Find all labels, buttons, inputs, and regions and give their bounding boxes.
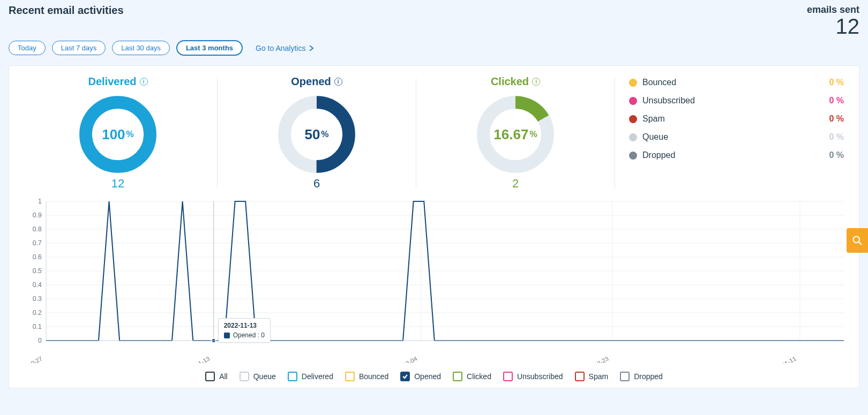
series-toggle-label: Clicked: [467, 372, 491, 381]
clicked-percent: 16.67%: [475, 94, 556, 175]
y-tick-label: 0.8: [33, 225, 42, 233]
delivered-title: Delivered i: [88, 76, 147, 88]
stat-dot: [629, 115, 637, 123]
y-tick-label: 0.3: [33, 295, 42, 303]
time-series-chart[interactable]: 00.10.20.30.40.50.60.70.80.912022-10-272…: [19, 197, 849, 363]
series-toggle-label: Delivered: [302, 372, 333, 381]
range-pill[interactable]: Last 3 months: [176, 40, 243, 56]
y-tick-label: 1: [38, 198, 42, 205]
opened-title: Opened i: [291, 76, 342, 88]
y-tick-label: 0.6: [33, 253, 42, 261]
y-tick-label: 0.2: [33, 309, 42, 316]
series-toggle[interactable]: Dropped: [620, 372, 663, 381]
stat-label: Queue: [642, 132, 668, 142]
side-stat-row: Unsubscribed 0 %: [629, 96, 844, 105]
y-tick-label: 0.5: [33, 267, 42, 275]
opened-title-label: Opened: [291, 76, 331, 88]
emails-sent-summary: emails sent 12: [807, 4, 859, 37]
series-toggle-label: Spam: [589, 372, 609, 381]
stat-value: 0 %: [829, 132, 844, 142]
series-toggle[interactable]: Spam: [575, 372, 609, 381]
stat-dot: [629, 133, 637, 141]
series-toggle-label: Bounced: [359, 372, 388, 381]
delivered-panel: Delivered i 100% 12: [19, 76, 217, 191]
series-toggle[interactable]: Delivered: [288, 372, 333, 381]
side-stat-row: Spam 0 %: [629, 114, 844, 124]
stat-dot: [629, 79, 637, 87]
info-icon[interactable]: i: [140, 78, 148, 86]
stat-value: 0 %: [829, 78, 844, 87]
info-icon[interactable]: i: [532, 78, 540, 86]
clicked-panel: Clicked i 16.67% 2: [416, 76, 615, 191]
side-stat-row: Queue 0 %: [629, 132, 844, 142]
series-toggle-label: Unsubscribed: [517, 372, 563, 381]
y-tick-label: 0.7: [33, 239, 42, 247]
side-stat-row: Bounced 0 %: [629, 78, 844, 87]
chevron-right-icon: [309, 46, 314, 51]
stat-value: 0 %: [829, 96, 844, 105]
opened-donut: 50%: [276, 94, 357, 175]
tooltip-date: 2022-11-13: [224, 322, 265, 329]
stat-dot: [629, 152, 637, 160]
range-controls: TodayLast 7 daysLast 30 daysLast 3 month…: [9, 40, 859, 56]
x-tick-label: 2023-01-11: [767, 355, 797, 363]
clicked-donut: 16.67%: [475, 94, 556, 175]
series-toggle-label: Opened: [414, 372, 441, 381]
activity-card: Delivered i 100% 12 Opened: [9, 65, 859, 388]
series-toggle-label: Dropped: [634, 372, 663, 381]
range-pill[interactable]: Last 30 days: [112, 41, 170, 55]
opened-panel: Opened i 50% 6: [218, 76, 416, 191]
range-pill[interactable]: Today: [9, 41, 46, 55]
stat-value: 0 %: [829, 114, 844, 124]
clicked-title: Clicked i: [491, 76, 540, 88]
series-toggle[interactable]: Queue: [240, 372, 276, 381]
y-tick-label: 0.4: [33, 281, 42, 289]
x-tick-label: 2022-10-27: [19, 355, 43, 363]
series-toggle-label: Queue: [253, 372, 276, 381]
series-legend: AllQueueDeliveredBouncedOpenedClickedUns…: [19, 368, 849, 383]
x-tick-label: 2022-12-23: [580, 355, 610, 363]
stat-dot: [629, 97, 637, 105]
stat-value: 0 %: [829, 150, 844, 160]
delivered-count: 12: [24, 177, 212, 191]
svg-line-24: [859, 242, 862, 245]
tooltip-swatch: [224, 333, 230, 338]
search-tab[interactable]: [847, 228, 868, 253]
series-toggle[interactable]: All: [205, 372, 228, 381]
tooltip-series: Opened : 0: [233, 331, 265, 339]
opened-count: 6: [223, 177, 410, 191]
x-tick-label: 2022-11-13: [181, 355, 211, 363]
stats-row: Delivered i 100% 12 Opened: [19, 76, 849, 191]
side-stats: Bounced 0 % Unsubscribed 0 % Spam 0 % Qu…: [615, 76, 849, 191]
emails-sent-count: 12: [807, 16, 859, 37]
emails-sent-label: emails sent: [807, 4, 859, 16]
delivered-percent: 100%: [78, 94, 158, 175]
y-tick-label: 0.9: [33, 212, 42, 219]
side-stat-row: Dropped 0 %: [629, 150, 844, 160]
info-icon[interactable]: i: [334, 78, 342, 86]
series-toggle[interactable]: Unsubscribed: [503, 372, 563, 381]
series-toggle[interactable]: Bounced: [345, 372, 388, 381]
series-toggle[interactable]: Opened: [400, 372, 441, 381]
stat-label: Unsubscribed: [642, 96, 695, 105]
y-tick-label: 0: [38, 337, 42, 344]
delivered-donut: 100%: [78, 94, 158, 175]
chart-tooltip: 2022-11-13 Opened : 0: [218, 318, 271, 343]
go-to-analytics-link[interactable]: Go to Analytics: [256, 44, 314, 52]
range-pill[interactable]: Last 7 days: [52, 41, 106, 55]
search-icon: [852, 235, 863, 246]
stat-label: Bounced: [642, 78, 676, 87]
opened-percent: 50%: [276, 94, 357, 175]
stat-label: Spam: [642, 114, 665, 124]
page-title: Recent email activities: [9, 4, 124, 17]
series-toggle[interactable]: Clicked: [453, 372, 491, 381]
clicked-title-label: Clicked: [491, 76, 529, 88]
delivered-title-label: Delivered: [88, 76, 136, 88]
x-tick-label: 2022-12-04: [388, 355, 418, 363]
y-tick-label: 0.1: [33, 323, 42, 330]
stat-label: Dropped: [642, 150, 675, 160]
series-toggle-label: All: [219, 372, 228, 381]
clicked-count: 2: [422, 177, 609, 191]
